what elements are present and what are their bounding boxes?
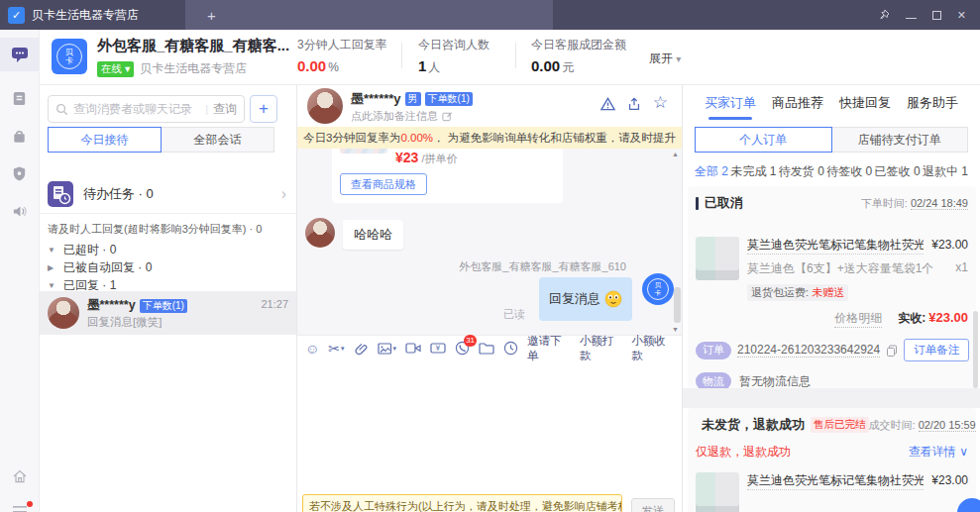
product-thumbnail	[696, 472, 739, 512]
message-time: 21:27	[261, 298, 288, 310]
order-panel: 买家订单 商品推荐 快捷回复 服务助手 个人订单 店铺待支付订单 全部 2 未完…	[682, 85, 980, 512]
subtab-personal-orders[interactable]: 个人订单	[695, 127, 832, 153]
video-icon[interactable]	[405, 342, 421, 355]
product-thumbnail	[696, 237, 739, 280]
coupon-icon[interactable]: ¥	[430, 342, 446, 355]
scroll-up-icon[interactable]: ▲	[672, 151, 679, 157]
panel-scrollbar-thumb[interactable]	[973, 311, 978, 388]
customer-avatar	[48, 297, 79, 329]
search-button[interactable]: 查询	[213, 101, 237, 118]
search-icon	[55, 103, 68, 116]
copy-icon[interactable]	[886, 345, 898, 357]
aftersale-closed-tag: 售后已完结	[811, 417, 869, 433]
customer-name: 墨******y	[351, 90, 401, 108]
app-window: ✓ 贝卡生活电器专营店 + ✕ 贝卡 外包客服_有糖客服_有糖客... 在线 ▾…	[0, 0, 980, 512]
price-detail-link[interactable]: 价格明细	[834, 310, 882, 328]
attachment-link-icon[interactable]	[354, 341, 369, 356]
store-tab-label: 贝卡生活电器专营店	[32, 7, 139, 24]
window-controls: ✕	[878, 9, 980, 21]
tab-today-reception[interactable]: 今日接待	[48, 127, 162, 153]
expand-button[interactable]: 展开 ▾	[649, 51, 681, 67]
order-time: 下单时间: 02/24 18:49	[861, 196, 968, 211]
todo-tasks-row[interactable]: 待办任务 · 0 ›	[40, 174, 296, 214]
scroll-down-icon[interactable]: ▼	[672, 326, 679, 333]
emoji-icon[interactable]: ☺	[305, 342, 319, 356]
customer-name: 墨******y	[87, 297, 136, 314]
triangle-down-icon: ▼	[48, 281, 57, 290]
share-icon[interactable]	[626, 96, 642, 112]
group-auto-replied[interactable]: ▶ 已被自动回复 · 0	[48, 258, 152, 276]
filter-to-receive[interactable]: 待签收 0	[826, 163, 872, 180]
call-badge: 31	[464, 335, 477, 347]
filter-all[interactable]: 全部 2	[695, 163, 728, 180]
order-product-row[interactable]: 莫兰迪色荧光笔标记笔集物社荧光笔复...¥23.00 莫兰迪色【6支】+送大容量…	[696, 237, 968, 301]
order-pill: 订单	[696, 342, 731, 359]
outgoing-message-text: 回复消息	[549, 290, 600, 308]
tab-all-sessions[interactable]: 全部会话	[162, 127, 274, 153]
maximize-icon[interactable]	[932, 11, 941, 20]
minimize-icon[interactable]	[906, 18, 917, 19]
report-alert-icon[interactable]	[599, 96, 616, 112]
pin-icon[interactable]	[878, 9, 890, 21]
order-number[interactable]: 210224-261203233642924	[737, 343, 880, 358]
filter-received[interactable]: 已签收 0	[875, 163, 921, 180]
tab-service-assistant[interactable]: 服务助手	[907, 94, 958, 120]
filter-refunding[interactable]: 退款中 1	[923, 163, 968, 180]
store-tab[interactable]: ✓ 贝卡生活电器专营店	[0, 0, 185, 30]
close-icon[interactable]: ✕	[957, 10, 966, 21]
product-price: ¥23.00	[931, 238, 968, 252]
customer-avatar	[307, 88, 343, 124]
account-header: 贝卡 外包客服_有糖客服_有糖客... 在线 ▾ 贝卡生活电器专营店 3分钟人工…	[40, 30, 980, 85]
image-icon[interactable]: ▾	[378, 342, 397, 356]
rail-item-orders[interactable]	[0, 119, 39, 153]
view-detail-link[interactable]: 查看详情 ∨	[909, 444, 968, 461]
invite-order-link[interactable]: 邀请下单	[527, 334, 570, 363]
customer-avatar	[305, 218, 335, 248]
chat-scrollbar-thumb[interactable]	[674, 287, 681, 323]
stat-value: 0.00元	[531, 57, 626, 76]
conversation-list-item[interactable]: 墨******y 下单数(1) 21:27 回复消息[微笑]	[40, 291, 296, 335]
stat-value: 1人	[418, 57, 490, 76]
add-conversation-button[interactable]: +	[250, 95, 277, 123]
tab-buyer-orders[interactable]: 买家订单	[705, 94, 756, 120]
rail-item-security[interactable]	[0, 156, 39, 190]
subtab-shop-pending-orders[interactable]: 店铺待支付订单	[832, 127, 969, 153]
filter-to-ship[interactable]: 待发货 0	[779, 163, 824, 180]
screenshot-scissors-icon[interactable]: ✂▾	[328, 342, 344, 356]
rail-item-menu[interactable]	[0, 493, 39, 512]
search-input[interactable]	[73, 102, 200, 116]
search-box[interactable]: | 查询	[48, 95, 245, 123]
small-payment-out-link[interactable]: 小额打款	[580, 334, 622, 363]
banner-rate: 0.00%	[400, 132, 433, 144]
online-status-badge[interactable]: 在线 ▾	[97, 61, 134, 77]
product-title[interactable]: 莫兰迪色荧光笔标记笔集物社荧光笔复...	[747, 237, 924, 255]
star-icon[interactable]: ☆	[653, 94, 668, 111]
history-clock-icon[interactable]	[503, 341, 518, 356]
svg-text:¥: ¥	[436, 344, 441, 353]
filter-incomplete[interactable]: 未完成 1	[730, 163, 776, 180]
product-card-message[interactable]: ¥23/拼单价 查看商品规格	[332, 149, 563, 203]
tab-product-recommend[interactable]: 商品推荐	[772, 94, 823, 120]
stat-label: 今日客服成团金额	[531, 37, 626, 53]
product-title[interactable]: 莫兰迪色荧光笔标记笔集物社荧光笔复...	[747, 472, 924, 490]
shield-star-icon	[11, 165, 28, 182]
view-spec-button[interactable]: 查看商品规格	[340, 173, 427, 195]
read-status: 已读	[503, 307, 525, 322]
rail-item-sound[interactable]	[0, 194, 39, 228]
new-tab-button[interactable]: +	[185, 0, 553, 30]
order-remark-button[interactable]: 订单备注	[904, 339, 969, 361]
call-icon[interactable]: 31	[455, 341, 470, 356]
product-price: ¥23/拼单价	[395, 150, 457, 166]
triangle-right-icon: ▶	[48, 263, 57, 272]
folder-icon[interactable]	[479, 342, 494, 355]
order-product-row[interactable]: 莫兰迪色荧光笔标记笔集物社荧光笔复...¥23.00	[696, 472, 968, 512]
add-note-link[interactable]: 点此添加备注信息	[351, 109, 453, 124]
group-overtime[interactable]: ▼ 已超时 · 0	[48, 241, 116, 258]
tab-quick-replies[interactable]: 快捷回复	[839, 94, 891, 120]
rail-item-tasks[interactable]	[0, 81, 39, 115]
plus-icon: +	[259, 99, 269, 119]
rail-item-chat[interactable]	[0, 38, 39, 71]
send-button[interactable]: 发送	[631, 498, 675, 512]
small-payment-in-link[interactable]: 小额收款	[631, 334, 674, 363]
rail-item-home[interactable]	[0, 460, 39, 493]
